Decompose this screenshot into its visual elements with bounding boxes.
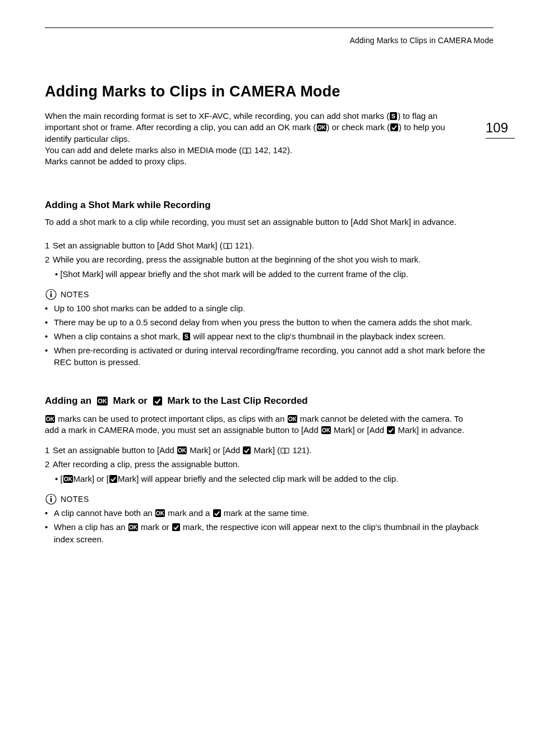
page-ref-icon bbox=[242, 147, 251, 154]
check-mark-icon bbox=[109, 475, 117, 483]
step-text: Mark] ( bbox=[251, 445, 280, 455]
step-text: While you are recording, press the assig… bbox=[53, 255, 421, 264]
step-text: 121). bbox=[233, 241, 254, 250]
section-paragraph: OK marks can be used to protect importan… bbox=[45, 413, 471, 436]
page-ref-icon bbox=[280, 448, 289, 454]
ok-mark-icon: OK bbox=[128, 523, 138, 531]
para-text: marks can be used to protect important c… bbox=[56, 414, 287, 423]
check-mark-icon bbox=[172, 523, 180, 531]
ok-mark-icon: OK bbox=[97, 397, 108, 405]
svg-text:S: S bbox=[185, 333, 188, 340]
svg-text:OK: OK bbox=[98, 398, 107, 404]
step-sub-item: [OKMark] or [Mark] will appear briefly a… bbox=[55, 473, 494, 485]
step-item: 2While you are recording, press the assi… bbox=[45, 253, 494, 266]
svg-rect-31 bbox=[213, 509, 221, 517]
intro-text: ) or check mark ( bbox=[327, 122, 390, 132]
step-number: 1 bbox=[45, 444, 53, 457]
section-heading: Adding an OK Mark or Mark to the Last Cl… bbox=[45, 395, 494, 407]
ok-mark-icon: OK bbox=[63, 475, 73, 483]
section-lead: To add a shot mark to a clip while recor… bbox=[45, 216, 494, 228]
svg-text:OK: OK bbox=[288, 416, 297, 422]
step-item: 1Set an assignable button to [Add OK Mar… bbox=[45, 444, 494, 457]
step-text: 121). bbox=[290, 445, 311, 455]
svg-text:OK: OK bbox=[178, 448, 187, 454]
info-icon bbox=[45, 494, 57, 505]
header-rule bbox=[45, 27, 494, 28]
svg-rect-22 bbox=[243, 446, 251, 454]
step-item: 2After recording a clip, press the assig… bbox=[45, 458, 494, 471]
check-mark-icon bbox=[390, 123, 398, 131]
running-header: Adding Marks to Clips in CAMERA Mode bbox=[350, 36, 494, 45]
intro-paragraph: When the main recording format is set to… bbox=[45, 110, 471, 167]
note-item: Up to 100 shot marks can be added to a s… bbox=[45, 302, 494, 315]
note-item: A clip cannot have both an OK mark and a… bbox=[45, 507, 494, 519]
note-item: When a clip has an OK mark or mark, the … bbox=[45, 521, 494, 546]
step-text: Mark] or [Add bbox=[187, 445, 242, 455]
notes-label: NOTES bbox=[61, 495, 89, 504]
sub-text: Mark] will appear briefly and the select… bbox=[118, 474, 398, 483]
sub-text: [ bbox=[60, 474, 62, 483]
note-text: A clip cannot have both an bbox=[54, 508, 155, 518]
check-mark-icon bbox=[213, 509, 221, 517]
intro-text: When the main recording format is set to… bbox=[45, 111, 389, 121]
note-item: When pre-recording is activated or durin… bbox=[45, 344, 494, 369]
para-text: Mark] or [Add bbox=[331, 425, 386, 435]
intro-text: Marks cannot be added to proxy clips. bbox=[45, 156, 471, 167]
svg-text:S: S bbox=[391, 113, 395, 119]
notes-heading: NOTES bbox=[45, 494, 494, 505]
intro-text: important shot or frame. After recording… bbox=[45, 122, 316, 132]
svg-rect-4 bbox=[390, 123, 398, 131]
svg-rect-7 bbox=[50, 293, 52, 297]
step-text: After recording a clip, press the assign… bbox=[53, 459, 240, 469]
intro-text: ) to flag an bbox=[398, 111, 437, 121]
svg-rect-25 bbox=[109, 475, 117, 483]
svg-text:OK: OK bbox=[64, 476, 73, 482]
shot-mark-icon: S bbox=[183, 333, 190, 340]
ok-mark-icon: OK bbox=[155, 509, 165, 517]
ok-mark-icon: OK bbox=[177, 446, 187, 454]
note-text: mark or bbox=[139, 522, 172, 532]
notes-list: Up to 100 shot marks can be added to a s… bbox=[45, 302, 494, 368]
ok-mark-icon: OK bbox=[45, 415, 55, 423]
intro-text: ) to help you bbox=[399, 122, 445, 132]
step-number: 2 bbox=[45, 458, 53, 471]
notes-heading: NOTES bbox=[45, 289, 494, 300]
page-ref-icon bbox=[223, 243, 232, 250]
heading-text: Adding an bbox=[45, 395, 94, 407]
step-text: Set an assignable button to [Add bbox=[53, 445, 177, 455]
svg-text:OK: OK bbox=[317, 125, 326, 131]
svg-text:OK: OK bbox=[322, 427, 331, 434]
note-text: mark at the same time. bbox=[222, 508, 310, 518]
para-text: advance. bbox=[430, 425, 464, 435]
heading-text: Mark to the Last Clip Recorded bbox=[165, 395, 308, 407]
intro-text: You can add and delete marks also in MED… bbox=[45, 145, 242, 155]
svg-point-27 bbox=[50, 496, 52, 497]
svg-rect-12 bbox=[153, 397, 162, 405]
svg-text:OK: OK bbox=[46, 416, 55, 422]
step-item: 1Set an assignable button to [Add Shot M… bbox=[45, 239, 494, 252]
steps-list: 1Set an assignable button to [Add Shot M… bbox=[45, 239, 494, 280]
step-sub-item: [Shot Mark] will appear briefly and the … bbox=[55, 268, 494, 280]
para-text: Mark] in bbox=[395, 425, 428, 435]
step-number: 2 bbox=[45, 253, 53, 266]
sub-text: Mark] or [ bbox=[73, 474, 109, 483]
info-icon bbox=[45, 289, 57, 300]
note-text: will appear next to the clip's thumbnail… bbox=[191, 331, 445, 341]
page-number: 109 bbox=[486, 120, 515, 139]
ok-mark-icon: OK bbox=[288, 415, 297, 423]
shot-mark-icon: S bbox=[390, 112, 397, 120]
step-text: Set an assignable button to [Add Shot Ma… bbox=[53, 241, 223, 250]
svg-text:OK: OK bbox=[129, 524, 138, 531]
check-mark-icon bbox=[387, 426, 395, 434]
note-text: When a clip has an bbox=[54, 522, 128, 532]
ok-mark-icon: OK bbox=[321, 426, 331, 434]
svg-rect-34 bbox=[172, 523, 180, 531]
para-text: mark cannot be deleted with the camera. bbox=[298, 414, 452, 423]
svg-rect-28 bbox=[50, 498, 52, 502]
ok-mark-icon: OK bbox=[317, 123, 326, 131]
svg-text:OK: OK bbox=[156, 510, 165, 517]
check-mark-icon bbox=[243, 446, 251, 454]
note-text: mark and a bbox=[165, 508, 212, 518]
step-number: 1 bbox=[45, 239, 53, 252]
intro-text: 142, 142). bbox=[252, 145, 292, 155]
